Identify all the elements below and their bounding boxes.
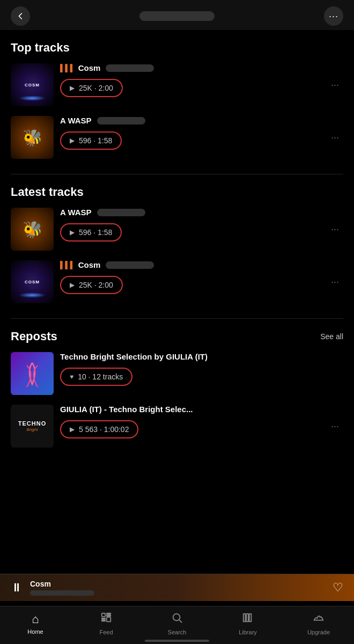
track-name-redact — [106, 261, 154, 269]
track-more-button[interactable]: ··· — [327, 274, 343, 290]
reposts-header: Reposts See all — [11, 330, 343, 343]
track-name-redact — [106, 64, 154, 72]
svg-rect-9 — [246, 614, 248, 622]
repost-item: Techno Bright Selection by GIULIA (IT) ♥… — [11, 352, 343, 395]
header: ··· — [0, 0, 354, 30]
feed-icon — [100, 612, 112, 627]
track-info: A WASP ▶ 596 · 1:58 — [60, 116, 327, 150]
track-name-redact — [97, 117, 145, 125]
home-icon: ⌂ — [32, 612, 39, 626]
nav-label-upgrade: Upgrade — [307, 629, 330, 635]
pause-button[interactable]: ⏸ — [11, 581, 23, 595]
now-playing-bar: ⏸ Cosm ♡ — [0, 574, 354, 601]
repost-thumbnail[interactable]: TECHNO Bright — [11, 405, 54, 448]
repost-info: GIULIA (IT) - Techno Bright Selec... ▶ 5… — [60, 405, 327, 438]
track-item: COSM ▌▌▌ Cosm ▶ 25K · 2:00 ··· — [11, 260, 343, 303]
play-icon: ▶ — [70, 137, 75, 144]
svg-rect-2 — [102, 620, 105, 621]
track-item: 🐝 A WASP ▶ 596 · 1:58 ··· — [11, 116, 343, 159]
track-thumbnail[interactable]: 🐝 — [11, 116, 54, 159]
track-item: 🐝 A WASP ▶ 596 · 1:58 ··· — [11, 208, 343, 251]
top-tracks-header: Top tracks — [11, 41, 343, 55]
top-tracks-title: Top tracks — [11, 41, 70, 55]
repost-info: Techno Bright Selection by GIULIA (IT) ♥… — [60, 352, 343, 386]
track-more-button[interactable]: ··· — [327, 130, 343, 145]
nav-item-library[interactable]: Library — [232, 612, 264, 635]
nav-item-feed[interactable]: Feed — [90, 612, 122, 635]
library-icon — [242, 612, 254, 627]
play-icon: ▶ — [70, 426, 75, 433]
repost-more-button[interactable]: ··· — [327, 419, 343, 434]
track-stats[interactable]: ▶ 596 · 1:58 — [60, 131, 122, 150]
track-info: ▌▌▌ Cosm ▶ 25K · 2:00 — [60, 260, 327, 294]
track-name: A WASP — [60, 116, 92, 125]
track-name-redact — [97, 209, 145, 216]
bar-chart-icon: ▌▌▌ — [60, 64, 75, 72]
search-icon — [171, 612, 183, 627]
nav-label-search: Search — [168, 629, 187, 635]
svg-rect-10 — [249, 614, 252, 622]
svg-rect-3 — [107, 613, 110, 614]
svg-rect-5 — [107, 617, 110, 621]
track-thumbnail[interactable]: COSM — [11, 260, 54, 303]
repost-stats[interactable]: ♥ 10 · 12 tracks — [60, 368, 132, 386]
track-stat-text: 596 · 1:58 — [79, 228, 112, 237]
track-name: A WASP — [60, 208, 92, 217]
back-button[interactable] — [11, 6, 30, 26]
repost-stats[interactable]: ▶ 5 563 · 1:00:02 — [60, 420, 138, 438]
nav-item-upgrade[interactable]: Upgrade — [303, 612, 335, 635]
nav-label-home: Home — [27, 628, 43, 635]
favorite-button[interactable]: ♡ — [333, 581, 343, 595]
reposts-title: Reposts — [11, 330, 57, 343]
latest-tracks-title: Latest tracks — [11, 185, 84, 199]
repost-name: GIULIA (IT) - Techno Bright Selec... — [60, 405, 327, 414]
svg-rect-1 — [102, 618, 105, 619]
header-title — [30, 11, 324, 21]
now-playing-title: Cosm — [30, 580, 94, 588]
title-bar — [139, 11, 215, 21]
track-stat-text: 25K · 2:00 — [79, 84, 113, 92]
upgrade-icon — [313, 612, 324, 627]
now-playing-progress — [30, 590, 94, 596]
home-indicator — [145, 640, 209, 642]
reposts-section: Reposts See all Techno Bright Selection … — [0, 319, 354, 463]
svg-point-6 — [173, 614, 180, 621]
nav-item-search[interactable]: Search — [161, 612, 193, 635]
play-icon: ▶ — [70, 84, 75, 92]
top-tracks-section: Top tracks COSM ▌▌▌ Cosm ▶ 25K · 2:00 ··… — [0, 30, 354, 174]
latest-tracks-header: Latest tracks — [11, 185, 343, 199]
repost-thumbnail[interactable] — [11, 352, 54, 395]
track-more-button[interactable]: ··· — [327, 77, 343, 93]
track-more-button[interactable]: ··· — [327, 222, 343, 237]
svg-rect-0 — [102, 613, 105, 617]
nav-item-home[interactable]: ⌂ Home — [19, 612, 51, 635]
track-stat-text: 596 · 1:58 — [79, 136, 112, 145]
track-thumbnail[interactable]: 🐝 — [11, 208, 54, 251]
track-item: COSM ▌▌▌ Cosm ▶ 25K · 2:00 ··· — [11, 63, 343, 106]
track-thumbnail[interactable]: COSM — [11, 63, 54, 106]
techno-label: TECHNO — [18, 420, 46, 427]
nav-label-feed: Feed — [99, 629, 113, 635]
track-info: ▌▌▌ Cosm ▶ 25K · 2:00 — [60, 63, 327, 97]
track-info: A WASP ▶ 596 · 1:58 — [60, 208, 327, 241]
play-icon: ▶ — [70, 229, 75, 236]
track-name: Cosm — [78, 63, 101, 72]
techno-sublabel: Bright — [27, 427, 38, 432]
track-stats[interactable]: ▶ 25K · 2:00 — [60, 276, 123, 294]
track-stats[interactable]: ▶ 596 · 1:58 — [60, 223, 122, 241]
track-stats[interactable]: ▶ 25K · 2:00 — [60, 79, 123, 97]
see-all-button[interactable]: See all — [320, 332, 343, 341]
bottom-navigation: ⌂ Home Feed Search — [0, 606, 354, 644]
wasp-icon: 🐝 — [23, 220, 42, 239]
nav-label-library: Library — [239, 629, 257, 635]
wasp-icon: 🐝 — [23, 128, 42, 147]
more-button[interactable]: ··· — [324, 6, 343, 26]
play-icon: ▶ — [70, 281, 75, 289]
svg-line-7 — [179, 620, 182, 623]
track-stat-text: 25K · 2:00 — [79, 281, 113, 289]
track-name: Cosm — [78, 260, 101, 269]
svg-rect-4 — [107, 615, 110, 616]
repost-name: Techno Bright Selection by GIULIA (IT) — [60, 352, 343, 361]
latest-tracks-section: Latest tracks 🐝 A WASP ▶ 596 · 1:58 ··· … — [0, 174, 354, 318]
repost-item: TECHNO Bright GIULIA (IT) - Techno Brigh… — [11, 405, 343, 448]
